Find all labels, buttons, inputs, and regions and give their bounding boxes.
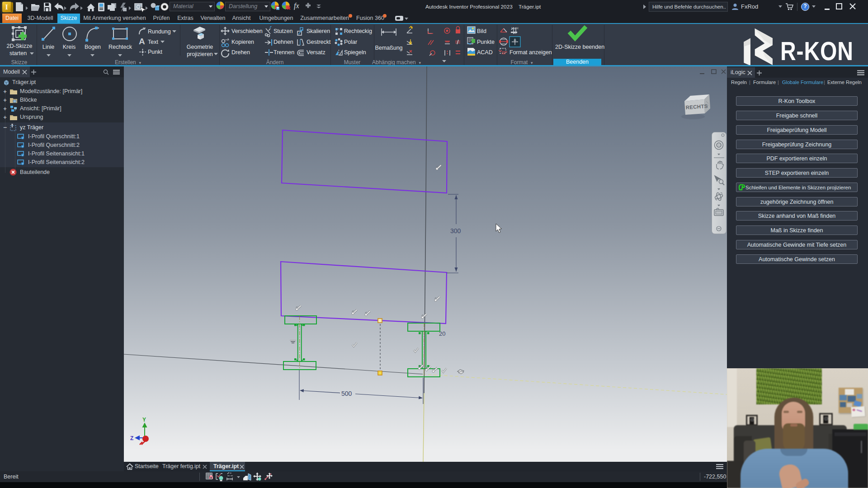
svg-text:300: 300	[450, 227, 461, 235]
svg-text:500: 500	[341, 390, 352, 397]
svg-text:Y: Y	[142, 417, 146, 423]
svg-text:fx: fx	[294, 2, 299, 10]
svg-text:Z: Z	[130, 435, 133, 441]
svg-text:R-KON: R-KON	[780, 37, 854, 66]
